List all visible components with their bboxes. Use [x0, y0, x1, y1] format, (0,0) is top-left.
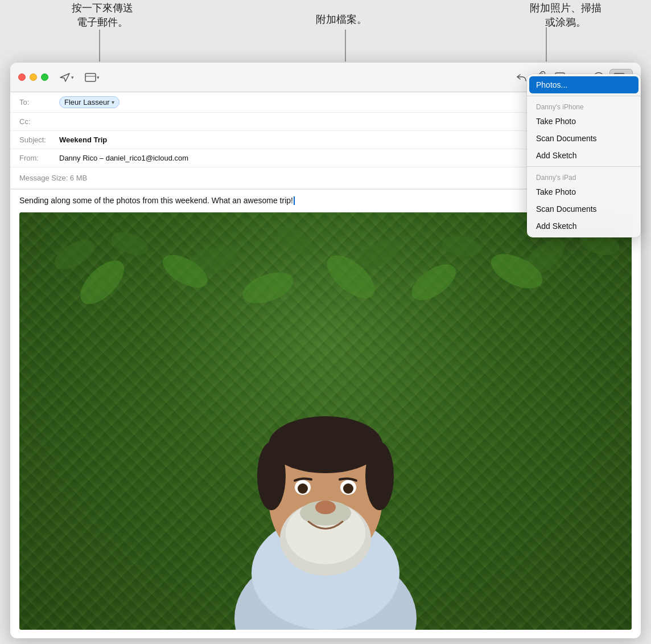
- svg-point-36: [238, 266, 298, 309]
- cc-label: Cc:: [19, 117, 59, 126]
- to-label: To:: [19, 98, 59, 106]
- iphone-scan-documents-item[interactable]: Scan Documents: [527, 130, 641, 147]
- ipad-take-photo-item[interactable]: Take Photo: [527, 183, 641, 200]
- to-recipient-name: Fleur Lasseur: [64, 98, 109, 106]
- iphone-take-photo-item[interactable]: Take Photo: [527, 113, 641, 130]
- subject-label: Subject:: [19, 136, 59, 144]
- iphone-device-label: Danny's iPhone: [527, 99, 641, 113]
- svg-point-26: [50, 234, 100, 275]
- send-button-group[interactable]: ▾: [56, 69, 74, 86]
- to-recipient-chip[interactable]: Fleur Lasseur ▾: [59, 96, 120, 108]
- iphone-sketch-label: Add Sketch: [536, 151, 577, 160]
- menu-divider-1: [527, 96, 641, 96]
- reply-icon: [516, 72, 527, 83]
- minimize-button[interactable]: [30, 73, 37, 81]
- photo-background: [19, 212, 632, 630]
- subject-value: Weekend Trip: [59, 136, 107, 144]
- traffic-lights: [18, 73, 48, 81]
- photo-image: [19, 212, 632, 630]
- photos-menu-item[interactable]: Photos...: [529, 76, 638, 93]
- to-chip-chevron: ▾: [112, 99, 114, 105]
- attach-annotation: 附加檔案。: [307, 13, 376, 27]
- svg-point-31: [440, 233, 483, 260]
- body-text-content: Sending along some of the photos from th…: [19, 196, 293, 205]
- iphone-scan-label: Scan Documents: [536, 134, 597, 143]
- iphone-add-sketch-item[interactable]: Add Sketch: [527, 147, 641, 164]
- ipad-sketch-label: Add Sketch: [536, 221, 577, 231]
- iphone-take-photo-label: Take Photo: [536, 117, 576, 126]
- format-button-group[interactable]: ▾: [82, 69, 100, 86]
- maximize-button[interactable]: [41, 73, 48, 81]
- text-cursor: [294, 196, 295, 205]
- svg-rect-3: [85, 73, 96, 81]
- media-dropdown-menu: Photos... Danny's iPhone Take Photo Scan…: [527, 74, 641, 237]
- svg-point-24: [343, 483, 353, 494]
- format-button[interactable]: [82, 69, 99, 86]
- from-value: Danny Rico – daniel_rico1@icloud.com: [59, 154, 188, 162]
- ipad-scan-documents-item[interactable]: Scan Documents: [527, 200, 641, 218]
- ipad-scan-label: Scan Documents: [536, 204, 597, 214]
- svg-point-27: [108, 227, 151, 259]
- close-button[interactable]: [18, 73, 26, 81]
- annotation-lines: [0, 0, 651, 63]
- ipad-take-photo-label: Take Photo: [536, 187, 576, 196]
- svg-point-25: [315, 501, 336, 514]
- from-label: From:: [19, 154, 59, 162]
- send-button[interactable]: [56, 69, 73, 86]
- message-size-label: Message Size: 6 MB: [19, 174, 87, 182]
- leaves-top: [19, 212, 632, 463]
- send-icon: [59, 72, 71, 83]
- svg-point-22: [298, 483, 308, 494]
- photos-label: Photos...: [536, 80, 567, 89]
- svg-point-38: [406, 257, 462, 307]
- menu-divider-2: [527, 166, 641, 167]
- svg-point-29: [273, 220, 319, 261]
- ipad-device-label: Danny's iPad: [527, 169, 641, 183]
- send-annotation: 按一下來傳送電子郵件。: [57, 1, 148, 30]
- layout-icon: [85, 73, 96, 82]
- ipad-add-sketch-item[interactable]: Add Sketch: [527, 218, 641, 235]
- mail-body[interactable]: Sending along some of the photos from th…: [10, 190, 641, 638]
- photo-annotation: 附加照片、掃描或涂鴉。: [514, 1, 617, 30]
